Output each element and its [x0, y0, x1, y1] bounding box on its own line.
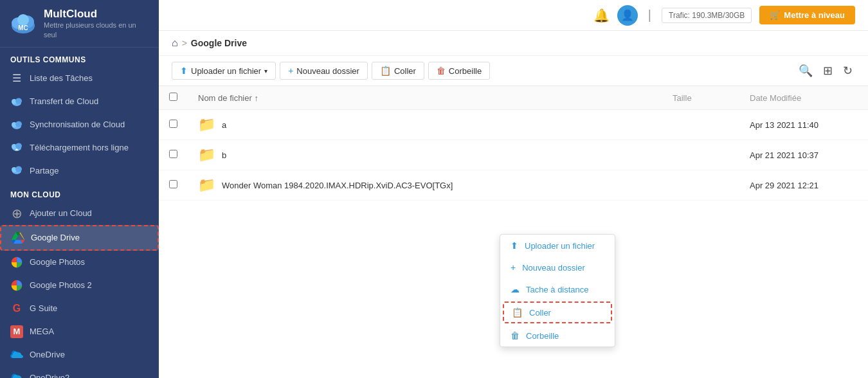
file-date-0: Apr 13 2021 11:40: [739, 110, 868, 140]
col-date-header: Date Modifiée: [739, 86, 868, 110]
mega-icon: M: [10, 325, 23, 338]
row-checkbox-0[interactable]: [169, 120, 177, 128]
google-photos-label: Google Photos: [30, 257, 85, 267]
table-row[interactable]: 📁 Wonder Woman 1984.2020.IMAX.HDRip.XviD…: [159, 170, 868, 201]
mega-label: MEGA: [30, 327, 54, 336]
breadcrumb: ⌂ > Google Drive: [159, 31, 868, 56]
task-list-label: Liste des Tâches: [30, 73, 93, 83]
trash-icon: 🗑: [437, 66, 446, 76]
context-trash-label: Corbeille: [526, 331, 559, 341]
context-menu: ⬆ Uploader un fichier + Nouveau dossier …: [500, 234, 615, 347]
section-tools-label: Outils Communs: [0, 48, 159, 67]
sidebar-item-offline-download[interactable]: Téléchargement hors ligne: [0, 136, 159, 159]
cloud-sync-icon: [10, 118, 23, 131]
onedrive2-icon: [10, 372, 23, 378]
context-trash-icon: 🗑: [511, 330, 520, 341]
file-size-1: [662, 140, 739, 170]
sidebar-item-google-photos[interactable]: Google Photos: [0, 251, 159, 274]
row-checkbox-1[interactable]: [169, 150, 177, 158]
new-folder-button[interactable]: + Nouveau dossier: [280, 62, 368, 80]
context-remote-label: Tache à distance: [526, 285, 589, 294]
upgrade-label: Mettre à niveau: [784, 10, 845, 20]
paste-label: Coller: [394, 66, 416, 76]
col-name-header[interactable]: Nom de fichier ↑: [188, 86, 662, 110]
file-list: Nom de fichier ↑ Taille Date Modifiée 📁 …: [159, 86, 868, 378]
refresh-button[interactable]: ↻: [840, 61, 855, 80]
sidebar-item-task-list[interactable]: ☰ Liste des Tâches: [0, 67, 159, 90]
task-list-icon: ☰: [10, 72, 23, 85]
google-drive-label: Google Drive: [31, 233, 80, 242]
folder-icon-2: 📁: [198, 177, 215, 194]
sidebar-item-google-photos-2[interactable]: Google Photos 2: [0, 274, 159, 297]
toolbar: ⬆ Uploader un fichier ▾ + Nouveau dossie…: [159, 56, 868, 86]
context-paste[interactable]: 📋 Coller: [503, 302, 612, 323]
folder-icon-1: 📁: [198, 147, 215, 163]
svg-point-13: [15, 143, 22, 148]
notification-icon[interactable]: 🔔: [593, 8, 610, 23]
file-date-1: Apr 21 2021 10:37: [739, 140, 868, 170]
sidebar-item-sharing[interactable]: Partage: [0, 159, 159, 183]
add-cloud-icon: ⊕: [10, 207, 23, 220]
onedrive-icon: [10, 348, 23, 361]
row-checkbox-2[interactable]: [169, 180, 177, 188]
context-new-folder[interactable]: + Nouveau dossier: [500, 256, 615, 278]
cloud-transfer-label: Transfert de Cloud: [30, 96, 98, 106]
main-content: 🔔 👤 | Trafic: 190.3MB/30GB 🛒 Mettre à ni…: [159, 0, 868, 378]
col-size-header: Taille: [662, 86, 739, 110]
topbar: 🔔 👤 | Trafic: 190.3MB/30GB 🛒 Mettre à ni…: [159, 0, 868, 31]
sidebar-item-mega[interactable]: M MEGA: [0, 320, 159, 343]
sidebar: MC MultCloud Mettre plusieurs clouds en …: [0, 0, 159, 378]
svg-point-10: [15, 121, 22, 127]
upload-button[interactable]: ⬆ Uploader un fichier ▾: [172, 62, 276, 80]
avatar[interactable]: 👤: [617, 5, 638, 26]
upload-label: Uploader un fichier: [191, 66, 261, 76]
paste-icon: 📋: [380, 66, 391, 76]
breadcrumb-home[interactable]: ⌂: [172, 37, 178, 49]
svg-point-7: [15, 98, 22, 104]
file-name-0: a: [222, 120, 226, 130]
sidebar-item-onedrive[interactable]: OneDrive: [0, 343, 159, 366]
logo-icon: MC: [9, 9, 37, 37]
g-suite-icon: G: [10, 302, 23, 315]
google-drive-icon: [12, 231, 24, 244]
sidebar-header: MC MultCloud Mettre plusieurs clouds en …: [0, 0, 159, 48]
sharing-icon: [10, 165, 23, 177]
upload-icon: ⬆: [180, 66, 188, 76]
onedrive-label: OneDrive: [30, 350, 65, 359]
new-folder-icon: +: [288, 66, 293, 76]
search-button[interactable]: 🔍: [796, 61, 815, 80]
g-suite-label: G Suite: [30, 303, 57, 313]
context-paste-label: Coller: [529, 308, 551, 318]
sidebar-item-cloud-transfer[interactable]: Transfert de Cloud: [0, 90, 159, 113]
trash-button[interactable]: 🗑 Corbeille: [428, 62, 490, 80]
google-photos-2-icon: [10, 279, 23, 292]
context-remote-icon: ☁: [511, 284, 520, 294]
section-cloud-label: Mon Cloud: [0, 183, 159, 202]
sidebar-item-google-drive[interactable]: Google Drive: [0, 225, 159, 251]
context-upload-file[interactable]: ⬆ Uploader un fichier: [500, 235, 615, 256]
file-name-1: b: [222, 150, 226, 160]
upgrade-button[interactable]: 🛒 Mettre à niveau: [759, 6, 855, 24]
app-name: MultCloud: [44, 8, 150, 21]
sidebar-item-cloud-sync[interactable]: Synchronisation de Cloud: [0, 113, 159, 136]
file-date-2: Apr 29 2021 12:21: [739, 170, 868, 201]
context-paste-icon: 📋: [512, 307, 523, 318]
offline-download-label: Téléchargement hors ligne: [30, 143, 129, 152]
table-row[interactable]: 📁 b Apr 21 2021 10:37: [159, 140, 868, 170]
sidebar-item-add-cloud[interactable]: ⊕ Ajouter un Cloud: [0, 202, 159, 225]
sidebar-item-onedrive2[interactable]: OneDrive2: [0, 366, 159, 378]
table-row[interactable]: 📁 a Apr 13 2021 11:40: [159, 110, 868, 140]
context-trash[interactable]: 🗑 Corbeille: [500, 325, 615, 346]
onedrive2-label: OneDrive2: [30, 373, 69, 378]
svg-point-17: [15, 166, 22, 172]
paste-button[interactable]: 📋 Coller: [372, 62, 424, 80]
grid-view-button[interactable]: ⊞: [820, 61, 835, 80]
breadcrumb-separator: >: [182, 38, 187, 48]
app-subtitle: Mettre plusieurs clouds en un seul: [44, 21, 150, 39]
context-remote-task[interactable]: ☁ Tache à distance: [500, 278, 615, 300]
new-folder-label: Nouveau dossier: [296, 66, 359, 76]
context-upload-icon: ⬆: [511, 240, 518, 251]
google-photos-icon: [10, 256, 23, 269]
select-all-checkbox[interactable]: [169, 93, 177, 101]
sidebar-item-g-suite[interactable]: G G Suite: [0, 297, 159, 320]
